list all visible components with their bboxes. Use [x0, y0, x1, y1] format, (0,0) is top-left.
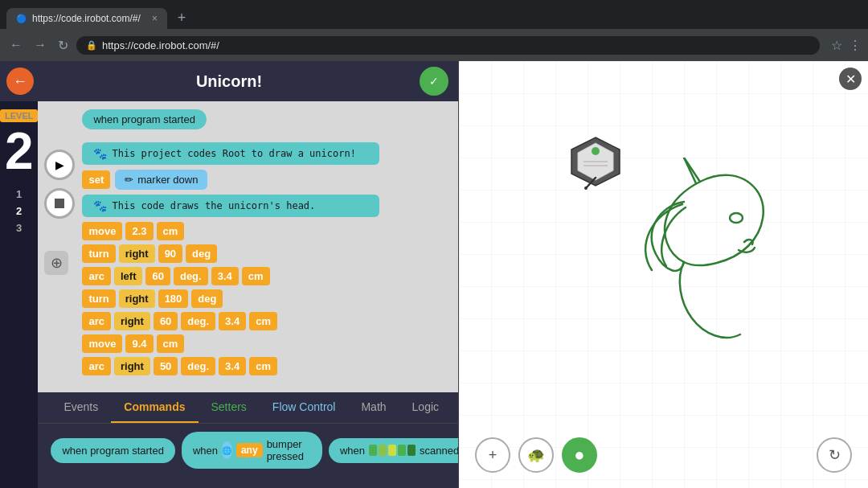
robot-status-icon: ✓	[420, 67, 448, 96]
sim-turtle-button[interactable]: 🐢	[518, 437, 554, 473]
move-label-1: move	[82, 222, 122, 240]
tab-title: https://code.irobot.com/#/	[32, 13, 141, 24]
turn-value-2[interactable]: 180	[158, 289, 189, 308]
color-strip	[369, 445, 416, 456]
palette-block-bumper-pressed[interactable]: when 🌐 any bumper pressed	[182, 432, 322, 469]
move-block-2[interactable]: move 9.4 cm	[82, 334, 458, 353]
tab-commands[interactable]: Commands	[111, 392, 198, 423]
turtle-icon: 🐢	[527, 446, 545, 464]
arc-label-3: arc	[82, 357, 111, 375]
comment-text-2: This code draws the unicorn's head.	[112, 200, 315, 211]
sim-refresh-button[interactable]: ↻	[817, 437, 852, 473]
arc-block-1[interactable]: arc left 60 deg. 3.4 cm	[82, 267, 458, 285]
arc-cmunit-3: cm	[249, 357, 277, 375]
arc-dir-3[interactable]: right	[114, 357, 150, 375]
svg-point-4	[592, 147, 600, 155]
arc-deg-1[interactable]: 60	[145, 267, 170, 285]
turn-dir-1[interactable]: right	[119, 244, 155, 263]
level-sidebar: LEVEL 2 1 2 3	[0, 101, 38, 488]
palette-tab-bar: Events Commands Setters Flow Control Mat	[38, 392, 458, 424]
turn-block-2[interactable]: turn right 180 deg	[82, 289, 458, 308]
tab-math[interactable]: Math	[348, 392, 399, 423]
arc-dir-1[interactable]: left	[114, 267, 143, 285]
address-url[interactable]: https://code.irobot.com/#/	[102, 39, 219, 51]
arc-cm-3[interactable]: 3.4	[219, 357, 246, 375]
zoom-button[interactable]: ⊕	[44, 251, 68, 275]
move-block-1[interactable]: move 2.3 cm	[82, 222, 458, 240]
simulator-panel: ✕	[458, 61, 868, 488]
new-tab-button[interactable]: +	[170, 6, 193, 29]
block-palette: Events Commands Setters Flow Control Mat	[38, 392, 458, 488]
move-value-1[interactable]: 2.3	[125, 222, 153, 240]
marker-text: marker down	[137, 174, 198, 186]
arc-dir-2[interactable]: right	[114, 312, 150, 330]
back-arrow-icon: ←	[13, 73, 27, 90]
level-item-2[interactable]: 2	[16, 205, 22, 217]
arc-cm-2[interactable]: 3.4	[219, 312, 246, 330]
forward-button[interactable]: →	[31, 35, 50, 55]
move-unit-1: cm	[157, 222, 185, 240]
refresh-icon: ↻	[829, 446, 841, 464]
turn-block-1[interactable]: turn right 90 deg	[82, 244, 458, 263]
level-number: 2	[5, 125, 34, 177]
back-to-home-button[interactable]: ←	[6, 68, 34, 95]
arc-label-2: arc	[82, 312, 111, 330]
turn-label-2: turn	[82, 289, 115, 308]
stop-button[interactable]	[44, 188, 75, 219]
arc-block-3[interactable]: arc right 50 deg. 3.4 cm	[82, 357, 458, 375]
level-item-3[interactable]: 3	[16, 222, 22, 234]
tab-events[interactable]: Events	[51, 392, 111, 423]
tab-setters[interactable]: Setters	[199, 392, 260, 423]
bumper-pressed-label: bumper pressed	[267, 438, 311, 462]
sim-zoom-button[interactable]: +	[475, 437, 510, 473]
sim-play-button[interactable]: ●	[562, 437, 597, 473]
tab-close[interactable]: ×	[152, 13, 158, 24]
comment-text-1: This project codes Root to draw a unicor…	[112, 148, 355, 159]
project-title: Unicorn!	[196, 72, 262, 91]
bookmark-icon[interactable]: ☆	[831, 38, 842, 53]
move-label-2: move	[82, 334, 122, 353]
comment-block-2[interactable]: 🐾 This code draws the unicorn's head.	[82, 195, 379, 217]
arc-degunit-2: deg.	[181, 312, 215, 330]
arc-degunit-3: deg.	[181, 357, 215, 375]
level-item-1[interactable]: 1	[16, 188, 22, 200]
menu-icon[interactable]: ⋮	[849, 38, 862, 53]
comment-block-1[interactable]: 🐾 This project codes Root to draw a unic…	[82, 142, 379, 165]
when-label-bumper: when	[193, 445, 218, 457]
set-marker-block[interactable]: set ✏ marker down	[82, 170, 458, 190]
globe-icon: 🌐	[222, 441, 232, 459]
refresh-button[interactable]: ↻	[55, 35, 72, 56]
check-icon: ✓	[429, 75, 439, 88]
palette-block-program-started[interactable]: when program started	[51, 438, 174, 463]
arc-cm-1[interactable]: 3.4	[211, 267, 239, 285]
arc-block-2[interactable]: arc right 60 deg. 3.4 cm	[82, 312, 458, 330]
arc-deg-2[interactable]: 60	[154, 312, 178, 330]
turn-value-1[interactable]: 90	[158, 244, 182, 263]
sim-play-icon: ●	[574, 445, 584, 465]
arc-cmunit-2: cm	[249, 312, 277, 330]
set-label: set	[82, 170, 110, 189]
arc-degunit-1: deg.	[174, 267, 208, 285]
play-button[interactable]: ▶	[44, 150, 75, 180]
event-block-program-started[interactable]: when program started	[82, 109, 206, 129]
when-label-scanned: when	[340, 445, 365, 457]
ssl-lock-icon: 🔒	[86, 40, 97, 51]
svg-point-11	[730, 213, 743, 223]
simulator-close-button[interactable]: ✕	[839, 68, 862, 90]
move-value-2[interactable]: 9.4	[125, 334, 153, 353]
palette-block-program-started-label: when program started	[62, 445, 163, 457]
svg-line-10	[684, 158, 696, 183]
zoom-plus-icon: +	[489, 447, 497, 464]
turn-dir-2[interactable]: right	[119, 289, 155, 308]
close-icon: ✕	[845, 72, 856, 87]
arc-deg-3[interactable]: 50	[154, 357, 178, 375]
tab-logic[interactable]: Logic	[399, 392, 452, 423]
level-label: LEVEL	[0, 109, 38, 122]
arc-label-1: arc	[82, 267, 111, 285]
unicorn-drawing	[620, 158, 861, 367]
tab-flow-control[interactable]: Flow Control	[260, 392, 349, 423]
arc-cmunit-1: cm	[242, 267, 270, 285]
any-badge: any	[236, 443, 263, 457]
palette-block-scanned[interactable]: when scanned	[329, 438, 458, 463]
back-button[interactable]: ←	[6, 35, 26, 55]
